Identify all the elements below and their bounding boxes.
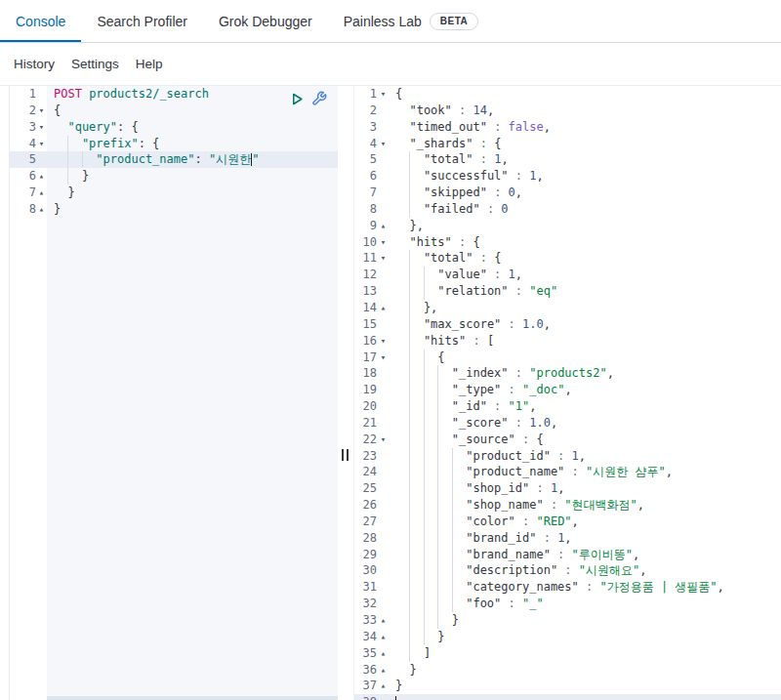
code-text[interactable]: "skipped" : 0, xyxy=(390,185,781,201)
code-text[interactable]: { xyxy=(390,86,781,103)
code-text[interactable]: "relation" : "eq" xyxy=(390,283,781,300)
code-line[interactable]: 12"value" : 1, xyxy=(354,267,781,283)
code-line[interactable]: 35▴] xyxy=(354,645,781,662)
code-text[interactable]: "_id" : "1", xyxy=(390,398,781,415)
code-text[interactable]: "_score" : 1.0, xyxy=(390,415,781,432)
fold-toggle-icon[interactable]: ▴ xyxy=(377,645,390,662)
fold-toggle-icon[interactable]: ▴ xyxy=(36,201,47,218)
tab-search-profiler[interactable]: Search Profiler xyxy=(81,0,203,42)
code-text[interactable]: "_source" : { xyxy=(390,432,781,448)
toolbar-item-help[interactable]: Help xyxy=(136,57,163,71)
code-line[interactable]: 1▾{ xyxy=(354,86,781,103)
request-editor[interactable]: 1POST products2/_search2▾{3▾"query": {4▾… xyxy=(9,86,338,700)
code-text[interactable]: "total" : { xyxy=(390,250,781,267)
code-line[interactable]: 26"shop_name" : "현대백화점", xyxy=(354,497,781,514)
tab-console[interactable]: Console xyxy=(0,0,81,42)
code-text[interactable]: "total" : 1, xyxy=(390,151,781,168)
code-line[interactable]: 8▴} xyxy=(10,201,338,218)
code-text[interactable]: } xyxy=(390,612,781,629)
code-line[interactable]: 14▴}, xyxy=(354,300,781,316)
code-text[interactable]: "shop_name" : "현대백화점", xyxy=(390,497,781,514)
code-line[interactable]: 2"took" : 14, xyxy=(354,103,781,119)
code-line[interactable]: 6"successful" : 1, xyxy=(354,168,781,185)
code-text[interactable]: "successful" : 1, xyxy=(390,168,781,185)
code-text[interactable]: "query": { xyxy=(47,119,338,136)
response-editor[interactable]: 1▾{2"took" : 14,3"timed_out" : false,4▾"… xyxy=(353,86,781,700)
code-line[interactable]: 7"skipped" : 0, xyxy=(354,185,781,201)
fold-toggle-icon[interactable]: ▾ xyxy=(36,119,47,136)
code-text[interactable]: "_type" : "_doc", xyxy=(390,382,781,398)
code-text[interactable]: } xyxy=(390,662,781,679)
code-line[interactable]: 25"shop_id" : 1, xyxy=(354,480,781,497)
fold-toggle-icon[interactable]: ▴ xyxy=(377,300,390,316)
fold-toggle-icon[interactable]: ▾ xyxy=(377,250,390,267)
code-text[interactable]: "product_name": "시원한" xyxy=(47,151,338,168)
code-text[interactable]: "brand_id" : 1, xyxy=(390,530,781,547)
code-line[interactable]: 10▾"hits" : { xyxy=(354,234,781,251)
fold-toggle-icon[interactable]: ▾ xyxy=(377,333,390,350)
response-code[interactable]: 1▾{2"took" : 14,3"timed_out" : false,4▾"… xyxy=(354,86,781,700)
code-text[interactable]: "timed_out" : false, xyxy=(390,119,781,136)
toolbar-item-settings[interactable]: Settings xyxy=(71,57,119,71)
code-line[interactable]: 21"_score" : 1.0, xyxy=(354,415,781,432)
code-text[interactable]: "foo" : "_" xyxy=(390,596,781,612)
code-line[interactable]: 23"product_id" : 1, xyxy=(354,448,781,465)
code-line[interactable]: 5"product_name": "시원한" xyxy=(10,151,338,168)
code-text[interactable]: "max_score" : 1.0, xyxy=(390,316,781,333)
fold-toggle-icon[interactable]: ▾ xyxy=(36,103,47,119)
code-line[interactable]: 11▾"total" : { xyxy=(354,250,781,267)
code-line[interactable]: 3"timed_out" : false, xyxy=(354,119,781,136)
fold-toggle-icon[interactable]: ▴ xyxy=(36,168,47,185)
code-text[interactable]: } xyxy=(390,678,781,694)
code-text[interactable]: } xyxy=(47,201,338,218)
fold-toggle-icon[interactable]: ▴ xyxy=(377,629,390,645)
horizontal-scrollbar[interactable] xyxy=(47,696,338,700)
code-text[interactable]: ] xyxy=(390,645,781,662)
fold-toggle-icon[interactable]: ▾ xyxy=(377,350,390,366)
code-text[interactable]: "color" : "RED", xyxy=(390,514,781,530)
toolbar-item-history[interactable]: History xyxy=(14,57,55,71)
code-line[interactable]: 5"total" : 1, xyxy=(354,151,781,168)
code-line[interactable]: 22▾"_source" : { xyxy=(354,432,781,448)
code-text[interactable]: "_shards" : { xyxy=(390,136,781,152)
code-line[interactable]: 17▾{ xyxy=(354,350,781,366)
code-text[interactable]: "took" : 14, xyxy=(390,103,781,119)
code-text[interactable]: "_index" : "products2", xyxy=(390,365,781,382)
tab-painless-lab[interactable]: Painless LabBETA xyxy=(328,0,495,42)
code-text[interactable]: "hits" : [ xyxy=(390,333,781,350)
code-line[interactable]: 24"product_name" : "시원한 샴푸", xyxy=(354,464,781,480)
fold-toggle-icon[interactable]: ▴ xyxy=(36,185,47,201)
code-line[interactable]: 30"description" : "시원해요", xyxy=(354,562,781,579)
code-line[interactable]: 28"brand_id" : 1, xyxy=(354,530,781,547)
code-text[interactable]: "category_names" : "가정용품 | 생필품", xyxy=(390,579,781,596)
fold-toggle-icon[interactable]: ▴ xyxy=(377,662,390,679)
code-text[interactable]: "product_name" : "시원한 샴푸", xyxy=(390,464,781,480)
code-line[interactable]: 33▴} xyxy=(354,612,781,629)
code-line[interactable]: 8"failed" : 0 xyxy=(354,201,781,218)
panel-resizer[interactable] xyxy=(338,86,353,700)
code-text[interactable]: "failed" : 0 xyxy=(390,201,781,218)
code-line[interactable]: 7▴} xyxy=(10,185,338,201)
code-line[interactable]: 3▾"query": { xyxy=(10,119,338,136)
send-request-button[interactable] xyxy=(288,90,306,107)
code-line[interactable]: 36▴} xyxy=(354,662,781,679)
code-line[interactable]: 9▴}, xyxy=(354,218,781,234)
code-text[interactable]: "value" : 1, xyxy=(390,267,781,283)
code-line[interactable]: 4▾"_shards" : { xyxy=(354,136,781,152)
code-line[interactable]: 15"max_score" : 1.0, xyxy=(354,316,781,333)
code-text[interactable]: } xyxy=(390,629,781,645)
fold-toggle-icon[interactable]: ▴ xyxy=(377,218,390,234)
code-line[interactable]: 18"_index" : "products2", xyxy=(354,365,781,382)
code-line[interactable]: 13"relation" : "eq" xyxy=(354,283,781,300)
fold-toggle-icon[interactable]: ▴ xyxy=(377,612,390,629)
fold-toggle-icon[interactable]: ▴ xyxy=(377,678,390,694)
fold-toggle-icon[interactable]: ▾ xyxy=(377,136,390,152)
code-line[interactable]: 20"_id" : "1", xyxy=(354,398,781,415)
code-line[interactable]: 16▾"hits" : [ xyxy=(354,333,781,350)
code-line[interactable]: 6▴} xyxy=(10,168,338,185)
fold-toggle-icon[interactable]: ▾ xyxy=(377,234,390,251)
code-text[interactable]: "shop_id" : 1, xyxy=(390,480,781,497)
fold-toggle-icon[interactable]: ▾ xyxy=(377,86,390,103)
code-line[interactable]: 31"category_names" : "가정용품 | 생필품", xyxy=(354,579,781,596)
code-line[interactable]: 38 xyxy=(354,694,781,700)
